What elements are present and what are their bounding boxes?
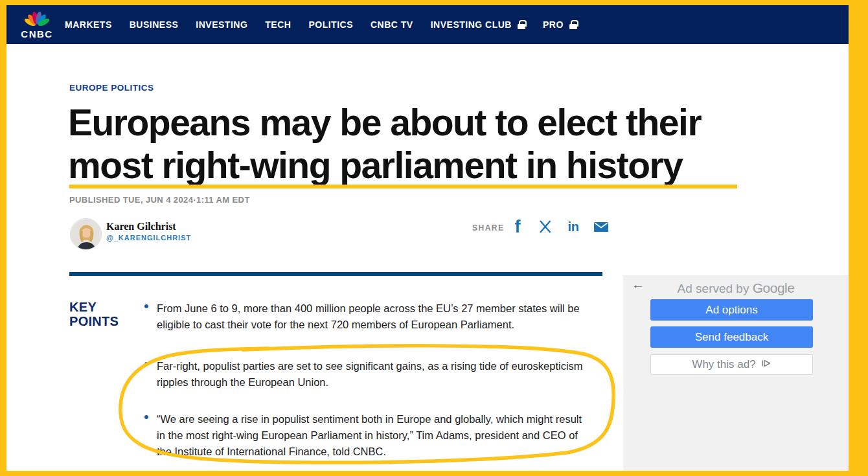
article-headline: Europeans may be about to elect their mo… <box>68 101 777 187</box>
linkedin-share-icon[interactable]: in <box>565 218 582 235</box>
key-point-item: Far-right, populist parties are set to s… <box>139 358 588 391</box>
nav-item-politics[interactable]: POLITICS <box>308 19 353 30</box>
cnbc-logo[interactable]: CNBC <box>19 11 54 39</box>
nav-item-tech[interactable]: TECH <box>265 19 291 30</box>
facebook-share-icon[interactable]: f <box>509 218 526 235</box>
email-share-icon[interactable] <box>593 218 610 235</box>
peacock-icon <box>24 11 50 29</box>
headline-underline <box>69 185 737 188</box>
key-points-title: KEY POINTS <box>69 300 119 328</box>
why-this-ad-button[interactable]: Why this ad? <box>650 354 813 375</box>
share-buttons: f in <box>509 218 610 235</box>
google-ad-panel: ← Ad served by Google Ad options Send fe… <box>623 275 849 471</box>
section-eyebrow-link[interactable]: EUROPE POLITICS <box>69 83 154 93</box>
nav-item-pro[interactable]: PRO <box>543 19 577 30</box>
nav-item-investing-club[interactable]: INVESTING CLUB <box>431 19 525 30</box>
nav-item-business[interactable]: BUSINESS <box>130 19 179 30</box>
top-nav: CNBC MARKETS BUSINESS INVESTING TECH POL… <box>6 5 849 44</box>
author-name[interactable]: Karen Gilchrist <box>106 221 176 232</box>
section-divider <box>69 272 602 276</box>
ad-options-button[interactable]: Ad options <box>650 299 813 321</box>
nav-item-investing[interactable]: INVESTING <box>196 19 247 30</box>
send-feedback-button[interactable]: Send feedback <box>650 326 813 348</box>
share-label: SHARE <box>472 223 505 232</box>
key-point-item: From June 6 to 9, more than 400 million … <box>139 300 588 333</box>
page-content: CNBC MARKETS BUSINESS INVESTING TECH POL… <box>6 5 849 471</box>
adchoices-icon <box>760 358 771 372</box>
nav-item-cnbc-tv[interactable]: CNBC TV <box>371 19 413 30</box>
published-timestamp: PUBLISHED TUE, JUN 4 2024·1:11 AM EDT <box>69 195 250 205</box>
key-point-item: “We are seeing a rise in populist sentim… <box>139 411 588 460</box>
cnbc-logo-text: CNBC <box>21 29 52 39</box>
lock-icon <box>518 20 525 29</box>
lock-icon <box>569 20 577 29</box>
author-avatar[interactable] <box>70 218 102 250</box>
ad-served-by-text: Ad served by Google <box>623 280 849 296</box>
x-share-icon[interactable] <box>537 218 554 235</box>
nav-item-markets[interactable]: MARKETS <box>65 19 112 30</box>
google-wordmark: Google <box>753 280 795 295</box>
nav-menu: MARKETS BUSINESS INVESTING TECH POLITICS… <box>65 19 577 30</box>
page: CNBC MARKETS BUSINESS INVESTING TECH POL… <box>0 0 868 476</box>
author-twitter-handle[interactable]: @_KARENGILCHRIST <box>106 234 191 242</box>
